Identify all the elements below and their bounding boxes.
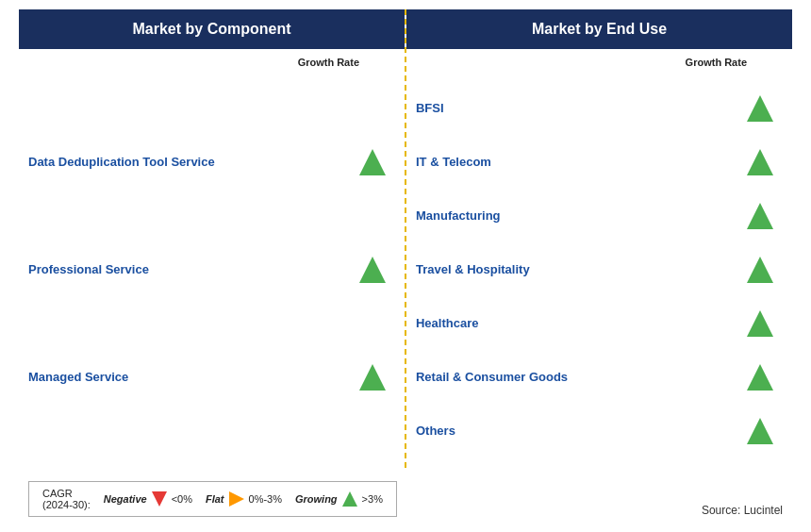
list-item: Retail & Consumer Goods: [406, 357, 792, 398]
growing-label: Growing: [295, 493, 338, 505]
arrow-up-icon: [747, 203, 773, 229]
arrow-up-icon: [747, 95, 773, 122]
negative-label: Negative: [104, 493, 147, 505]
negative-range: <0%: [172, 493, 192, 505]
item-label-managed: Managed Service: [28, 370, 359, 386]
left-panel-header: Market by Component: [19, 9, 405, 49]
item-label-bfsi: BFSI: [416, 101, 747, 117]
growing-range: >3%: [362, 493, 383, 505]
cagr-label: CAGR(2024-30):: [42, 488, 91, 510]
arrow-up-icon: [359, 149, 386, 175]
flat-label: Flat: [206, 493, 224, 505]
arrow-up-icon: [747, 149, 773, 175]
arrow-up-icon: [747, 418, 773, 444]
right-panel-title: Market by End Use: [532, 21, 667, 37]
legend-box: CAGR(2024-30): Negative <0% Flat 0%-3% G…: [28, 481, 397, 517]
list-item: Managed Service: [19, 357, 405, 398]
footer-row: CAGR(2024-30): Negative <0% Flat 0%-3% G…: [19, 475, 792, 523]
item-label-manufacturing: Manufacturing: [416, 208, 747, 224]
arrow-up-icon: [747, 364, 773, 391]
source-text: Source: Lucintel: [702, 504, 783, 517]
right-panel: Market by End Use Growth Rate BFSI IT & …: [406, 9, 792, 468]
arrow-down-small-icon: [152, 491, 167, 507]
left-panel-title: Market by Component: [133, 21, 291, 37]
item-label-healthcare: Healthcare: [416, 316, 747, 332]
item-label-retail: Retail & Consumer Goods: [416, 370, 747, 386]
item-label-travel: Travel & Hospitality: [416, 262, 747, 278]
right-items-container: BFSI IT & Telecom Manufacturing Travel &…: [406, 72, 792, 468]
list-item: IT & Telecom: [406, 141, 792, 183]
arrow-right-small-icon: [229, 491, 244, 507]
list-item: Healthcare: [406, 303, 792, 344]
item-label-professional: Professional Service: [28, 262, 359, 278]
main-container: Market by Component Growth Rate Data Ded…: [0, 0, 811, 532]
list-item: Manufacturing: [406, 195, 792, 237]
flat-range: 0%-3%: [249, 493, 282, 505]
right-panel-header: Market by End Use: [406, 9, 792, 49]
list-item: Travel & Hospitality: [406, 249, 792, 291]
legend-flat: Flat 0%-3%: [206, 491, 282, 507]
right-growth-rate-label: Growth Rate: [406, 57, 792, 68]
item-label-dedup: Data Deduplication Tool Service: [28, 155, 359, 171]
legend-negative: Negative <0%: [104, 491, 192, 507]
item-label-it-telecom: IT & Telecom: [416, 155, 747, 171]
left-growth-rate-label: Growth Rate: [19, 57, 405, 68]
panels-row: Market by Component Growth Rate Data Ded…: [19, 9, 792, 468]
left-panel: Market by Component Growth Rate Data Ded…: [19, 9, 405, 468]
left-items-container: Data Deduplication Tool Service Professi…: [19, 72, 405, 468]
item-label-others: Others: [416, 424, 747, 440]
arrow-up-icon: [359, 257, 386, 283]
list-item: Professional Service: [19, 249, 405, 291]
legend-growing: Growing >3%: [295, 491, 383, 507]
list-item: BFSI: [406, 88, 792, 129]
arrow-up-small-icon: [342, 491, 357, 507]
arrow-up-icon: [747, 310, 773, 337]
list-item: Others: [406, 410, 792, 452]
arrow-up-icon: [747, 257, 773, 283]
list-item: Data Deduplication Tool Service: [19, 141, 405, 183]
arrow-up-icon: [359, 364, 386, 391]
